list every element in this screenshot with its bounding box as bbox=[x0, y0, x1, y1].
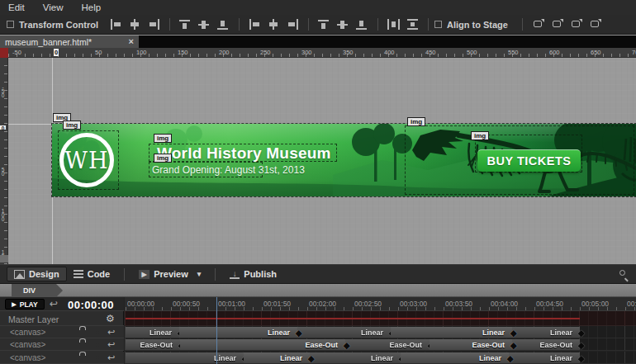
keyframe-diamond-icon[interactable]: ◆ bbox=[507, 353, 514, 364]
transform-control-checkbox[interactable] bbox=[7, 21, 14, 28]
tween-span[interactable]: Linear◆ bbox=[509, 352, 580, 363]
layer-track[interactable]: ›Linear◆Linear◆Linear◆Linear◆Linear◆ bbox=[125, 326, 636, 338]
design-icon bbox=[14, 270, 25, 279]
loop-toggle-icon[interactable]: ↩ bbox=[50, 298, 58, 310]
menu-item-edit[interactable]: Edit bbox=[8, 2, 25, 12]
timeline-time-label: 00:00:00 bbox=[127, 300, 154, 308]
keyframe-diamond-icon[interactable]: ◆ bbox=[578, 340, 585, 351]
ruler-origin-box[interactable] bbox=[0, 48, 8, 58]
banner-title-text[interactable]: World History Museum bbox=[157, 144, 331, 163]
distribute-bottom-icon[interactable] bbox=[356, 19, 368, 30]
keyframe-diamond-icon[interactable]: ◆ bbox=[578, 328, 585, 338]
align-bottom-icon[interactable] bbox=[217, 19, 230, 30]
keyframe-diamond-icon[interactable]: ◆ bbox=[344, 340, 350, 351]
timeline-time-label: 00:05:00 bbox=[581, 300, 609, 308]
distribute-horizontal-spacing-icon[interactable] bbox=[387, 19, 400, 30]
tween-span[interactable]: Linear◆ bbox=[179, 327, 297, 338]
timeline-ruler[interactable]: 00:00:0000:00:5000:01:0000:01:5000:02:00… bbox=[125, 297, 636, 311]
tween-span[interactable]: Linear◆ bbox=[391, 327, 512, 338]
keyframe-diamond-icon[interactable]: ◆ bbox=[510, 340, 517, 351]
code-mode-button[interactable]: Code bbox=[67, 267, 117, 281]
reset-layer-icon[interactable]: ↩ bbox=[107, 352, 115, 363]
tween-span[interactable]: Ease-Out◆ bbox=[512, 339, 580, 350]
align-right-icon[interactable] bbox=[148, 19, 160, 30]
tab-museum-banner[interactable]: museum_banner.html* × bbox=[0, 35, 139, 48]
buy-tickets-button[interactable]: BUY TICKETS bbox=[477, 149, 581, 172]
menu-bar: EditViewHelp bbox=[0, 0, 636, 15]
gear-icon[interactable]: ⚙ bbox=[106, 313, 115, 324]
museum-logo[interactable]: WH bbox=[59, 133, 114, 187]
img-element-tag[interactable]: img bbox=[407, 117, 425, 126]
align-center-horizontal-icon[interactable] bbox=[129, 19, 141, 30]
layer-track[interactable]: ›Linear◆Linear◆Linear◆Linear◆Linear◆ bbox=[125, 352, 636, 364]
img-element-tag[interactable]: img bbox=[63, 121, 81, 130]
keyframe-diamond-icon[interactable]: ◆ bbox=[578, 353, 585, 364]
distribute-top-icon[interactable] bbox=[318, 19, 330, 30]
keyframe-diamond-icon[interactable]: ◆ bbox=[510, 328, 517, 338]
horizontal-ruler[interactable]: -500501001502002503003504004505005506006… bbox=[8, 48, 636, 58]
publish-button[interactable]: ↓ Publish bbox=[223, 267, 283, 281]
align-top-icon[interactable] bbox=[179, 19, 192, 30]
h-ruler-label: 600 bbox=[549, 49, 560, 56]
v-ruler-label: -50 bbox=[0, 84, 6, 97]
layer-track[interactable]: ›Ease-Out◆Ease-Out◆Ease-Out◆Ease-Out◆Eas… bbox=[125, 338, 636, 351]
vertical-ruler[interactable]: -50050100150 bbox=[0, 58, 8, 264]
h-ruler-label: 0 bbox=[54, 49, 59, 56]
tween-span[interactable]: Linear◆ bbox=[401, 352, 509, 363]
menu-item-view[interactable]: View bbox=[43, 2, 64, 12]
tween-span[interactable]: Linear◆ bbox=[310, 352, 401, 363]
align-to-stage-checkbox[interactable] bbox=[434, 21, 442, 28]
playhead[interactable] bbox=[216, 297, 217, 364]
rotate-left-icon[interactable] bbox=[532, 19, 544, 30]
play-button[interactable]: ▶ PLAY bbox=[5, 299, 45, 310]
menu-item-help[interactable]: Help bbox=[82, 2, 102, 12]
tween-span[interactable]: Ease-Out◆ bbox=[180, 339, 345, 350]
layer-row-header[interactable]: <canvas>↩ bbox=[0, 338, 124, 351]
tween-span[interactable]: Linear◆ bbox=[244, 352, 310, 363]
flip-horizontal-icon[interactable] bbox=[570, 19, 582, 30]
preview-button[interactable]: ▶ Preview ▾ bbox=[132, 267, 207, 281]
align-left-icon[interactable] bbox=[110, 19, 122, 30]
tab-close-icon[interactable]: × bbox=[129, 37, 134, 46]
reset-layer-icon[interactable]: ↩ bbox=[107, 339, 115, 350]
distribute-vertical-spacing-icon[interactable] bbox=[406, 19, 419, 30]
flip-vertical-icon[interactable] bbox=[589, 19, 601, 30]
stage-workspace[interactable]: WH World History Museum Grand Opening: A… bbox=[0, 48, 636, 264]
layer-row-header[interactable]: <canvas>↩ bbox=[0, 326, 124, 338]
distribute-right-icon[interactable] bbox=[287, 19, 299, 30]
rotate-right-icon[interactable] bbox=[551, 19, 563, 30]
tween-span[interactable]: Linear◆ bbox=[126, 327, 179, 338]
align-icon-groups bbox=[107, 18, 434, 31]
distribute-left-icon[interactable] bbox=[249, 19, 261, 30]
banner-artboard[interactable]: WH World History Museum Grand Opening: A… bbox=[52, 124, 636, 196]
banner-subtitle-text[interactable]: Grand Opening: August 31st, 2013 bbox=[152, 164, 305, 176]
keyframe-diamond-icon[interactable]: ◆ bbox=[308, 353, 315, 364]
tween-span[interactable]: Linear◆ bbox=[512, 327, 580, 338]
timeline-time-label: 00:03:50 bbox=[445, 300, 472, 308]
tween-span[interactable]: Linear◆ bbox=[126, 352, 244, 363]
scrollbar-corner[interactable] bbox=[0, 255, 8, 262]
h-ruler-label: 100 bbox=[136, 49, 147, 56]
reset-layer-icon[interactable]: ↩ bbox=[107, 327, 115, 338]
timeline-transport: ▶ PLAY ↩ 00:00:00 bbox=[0, 297, 124, 311]
master-layer-row[interactable]: Master Layer ⚙ bbox=[0, 311, 124, 326]
preview-dropdown-caret-icon[interactable]: ▾ bbox=[197, 270, 202, 278]
img-element-tag[interactable]: img bbox=[471, 131, 489, 140]
tween-span[interactable]: Ease-Out◆ bbox=[430, 339, 512, 350]
h-ruler-label: 500 bbox=[467, 49, 477, 56]
layer-row-header[interactable]: <canvas>↩ bbox=[0, 352, 124, 364]
tween-span[interactable]: Linear◆ bbox=[297, 327, 391, 338]
design-mode-button[interactable]: Design bbox=[7, 267, 67, 281]
distribute-middle-icon[interactable] bbox=[337, 19, 349, 30]
master-layer-track[interactable] bbox=[125, 311, 636, 326]
img-element-tag[interactable]: img bbox=[154, 134, 172, 143]
easing-label: Linear bbox=[280, 353, 302, 364]
tween-span[interactable]: Ease-Out◆ bbox=[345, 339, 430, 350]
distribute-center-horizontal-icon[interactable] bbox=[268, 19, 280, 30]
img-element-tag[interactable]: img bbox=[154, 154, 172, 163]
keyframe-diamond-icon[interactable]: ◆ bbox=[296, 328, 302, 338]
tween-span[interactable]: Ease-Out◆ bbox=[126, 339, 180, 350]
align-middle-icon[interactable] bbox=[198, 19, 211, 30]
breadcrumb-div-tag[interactable]: DIV bbox=[12, 284, 63, 297]
search-icon[interactable] bbox=[619, 269, 629, 280]
